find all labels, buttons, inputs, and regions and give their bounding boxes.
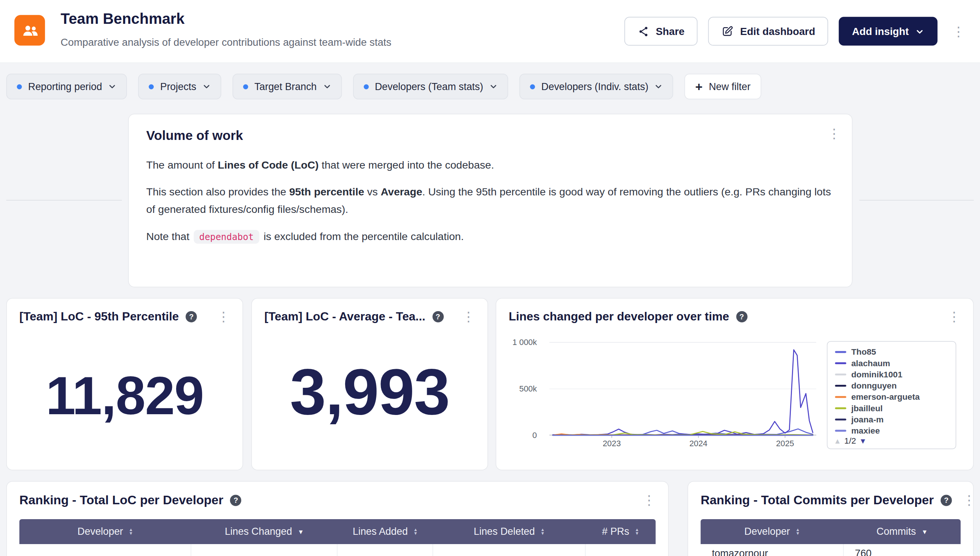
filter-bar: Reporting periodProjectsTarget BranchDev…	[6, 74, 761, 99]
lines-chart	[549, 343, 816, 435]
legend-label: emerson-argueta	[851, 392, 920, 401]
card-kebab-icon[interactable]: ⋮	[638, 492, 659, 508]
column-header-commits[interactable]: Commits▼	[844, 519, 961, 544]
legend-pager: ▲ 1/2 ▼	[831, 434, 871, 447]
chevron-down-icon	[323, 82, 331, 91]
new-filter-button[interactable]: +New filter	[685, 74, 761, 99]
legend-page-up-icon[interactable]: ▲	[834, 436, 841, 445]
volume-paragraph: The amount of Lines of Code (LoC) that w…	[146, 157, 834, 174]
app-logo	[15, 15, 45, 45]
edit-dashboard-button[interactable]: Edit dashboard	[708, 17, 828, 45]
header-kebab-icon[interactable]: ⋮	[948, 23, 969, 39]
legend-label: Tho85	[851, 347, 876, 356]
card-kebab-icon[interactable]: ⋮	[458, 309, 478, 324]
stat-card-title: [Team] LoC - Average - Tea...	[264, 310, 425, 323]
legend-label: jbailleul	[851, 403, 883, 413]
help-icon[interactable]: ?	[941, 495, 952, 506]
table-row: tomazornour760	[701, 544, 961, 556]
ranking-loc-card: Ranking - Total LoC per Developer ? ⋮ De…	[6, 481, 669, 556]
filter-active-dot	[243, 84, 248, 89]
y-tick-label: 1 000k	[496, 337, 537, 346]
legend-item-donnguyen[interactable]: donnguyen	[835, 380, 948, 391]
volume-card-kebab-icon[interactable]: ⋮	[824, 125, 844, 141]
sort-desc-icon: ▼	[298, 528, 304, 535]
legend-color-dash	[835, 407, 846, 409]
filter-pill-developers-team-stats[interactable]: Developers (Team stats)	[353, 74, 508, 99]
column-label: Developer	[78, 526, 123, 537]
card-kebab-icon[interactable]: ⋮	[213, 309, 233, 324]
filter-active-dot	[149, 84, 154, 89]
card-kebab-icon[interactable]: ⋮	[944, 309, 964, 324]
x-tick-label: 2025	[771, 438, 799, 448]
chevron-down-icon	[109, 82, 117, 91]
legend-label: alachaum	[851, 359, 890, 368]
legend-item-dominik1001[interactable]: dominik1001	[835, 369, 948, 380]
stat-card-title: [Team] LoC - 95th Percentile	[19, 310, 179, 323]
legend-item-emerson-argueta[interactable]: emerson-argueta	[835, 391, 948, 402]
page-title: Team Benchmark	[61, 10, 185, 27]
edit-dashboard-label: Edit dashboard	[740, 25, 815, 37]
chevron-down-icon	[915, 26, 924, 36]
help-icon[interactable]: ?	[736, 311, 747, 322]
table-cell: tomazornour	[701, 544, 844, 556]
legend-item-jbailleul[interactable]: jbailleul	[835, 402, 948, 414]
filter-pill-projects[interactable]: Projects	[138, 74, 221, 99]
add-insight-button[interactable]: Add insight	[839, 17, 938, 45]
sort-toggle-icon: ▲▼	[635, 528, 639, 535]
header-actions: Share Edit dashboard Add insight ⋮	[624, 17, 969, 45]
share-button[interactable]: Share	[624, 17, 697, 45]
legend-color-dash	[835, 373, 846, 375]
card-kebab-icon[interactable]: ⋮	[959, 492, 979, 508]
team-benchmark-dashboard: Team Benchmark Comparative analysis of d…	[0, 0, 980, 556]
legend-item-tho85[interactable]: Tho85	[835, 346, 948, 357]
column-header-lines-changed[interactable]: Lines Changed▼	[191, 519, 337, 544]
adjacent-card-edge-left	[6, 200, 122, 200]
loc-95th-percentile-card: [Team] LoC - 95th Percentile ? ⋮ 11,829	[6, 298, 243, 470]
share-icon	[638, 25, 650, 37]
column-header-developer[interactable]: Developer▲▼	[701, 519, 844, 544]
column-header-lines-added[interactable]: Lines Added▲▼	[337, 519, 432, 544]
legend-item-joana-m[interactable]: joana-m	[835, 414, 948, 425]
add-insight-label: Add insight	[852, 25, 909, 37]
filter-pill-developers-indiv-stats[interactable]: Developers (Indiv. stats)	[519, 74, 673, 99]
code-chip: dependabot	[194, 230, 259, 244]
stat-value: 11,829	[7, 365, 242, 427]
help-icon[interactable]: ?	[432, 311, 444, 322]
filter-pill-label: Developers (Indiv. stats)	[541, 81, 649, 92]
table-cell	[191, 544, 337, 556]
filter-active-dot	[530, 84, 535, 89]
column-header-lines-deleted[interactable]: Lines Deleted▲▼	[433, 519, 586, 544]
table-header-row: Developer▲▼Commits▼	[701, 519, 961, 544]
table-cell	[586, 544, 656, 556]
sort-toggle-icon: ▲▼	[129, 528, 133, 535]
filter-pill-label: Target Branch	[254, 81, 316, 92]
legend-page-down-icon[interactable]: ▼	[859, 436, 867, 445]
filter-active-dot	[17, 84, 22, 89]
y-tick-label: 500k	[496, 384, 537, 393]
chart-card-title: Lines changed per developer over time	[509, 310, 729, 323]
loc-average-card: [Team] LoC - Average - Tea... ? ⋮ 3,993	[251, 298, 488, 470]
help-icon[interactable]: ?	[230, 495, 241, 506]
volume-card-body: The amount of Lines of Code (LoC) that w…	[146, 157, 834, 245]
filter-pill-reporting-period[interactable]: Reporting period	[6, 74, 127, 99]
sort-desc-icon: ▼	[922, 528, 928, 535]
help-icon[interactable]: ?	[186, 311, 197, 322]
ranking-commits-card: Ranking - Total Commits per Developer ? …	[687, 481, 974, 556]
card-header: Lines changed per developer over time ? …	[496, 299, 973, 324]
sort-toggle-icon: ▲▼	[541, 528, 545, 535]
legend-color-dash	[835, 362, 846, 364]
share-label: Share	[656, 25, 684, 37]
table-card-title: Ranking - Total LoC per Developer	[19, 493, 224, 507]
filter-pill-target-branch[interactable]: Target Branch	[233, 74, 342, 99]
loc-table: Developer▲▼Lines Changed▼Lines Added▲▼Li…	[19, 519, 656, 556]
chevron-down-icon	[202, 82, 211, 91]
column-label: Commits	[876, 526, 916, 537]
legend-item-alachaum[interactable]: alachaum	[835, 357, 948, 369]
table-card-title: Ranking - Total Commits per Developer	[701, 493, 934, 507]
chart-legend: Tho85alachaumdominik1001donnguyenemerson…	[827, 341, 956, 449]
column-label: # PRs	[602, 526, 629, 537]
legend-label: dominik1001	[851, 370, 902, 379]
column-header-developer[interactable]: Developer▲▼	[19, 519, 191, 544]
table-cell	[433, 544, 586, 556]
column-header-prs[interactable]: # PRs▲▼	[586, 519, 656, 544]
